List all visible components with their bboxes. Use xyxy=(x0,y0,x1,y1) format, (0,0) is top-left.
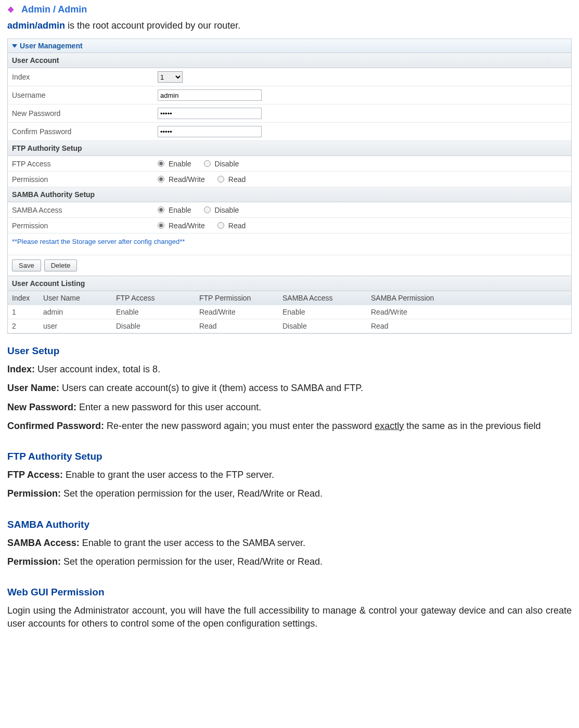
row-index: Index 1 xyxy=(8,68,571,86)
doc-confirmedpassword: Confirmed Password: Re-enter the new pas… xyxy=(7,420,572,432)
router-panel: User Management User Account Index 1 Use… xyxy=(7,38,572,334)
intro-rest: is the root account provided by our rout… xyxy=(65,20,240,31)
doc-label: User Name: xyxy=(7,383,59,393)
doc-text: Enter a new password for this user accou… xyxy=(76,402,261,412)
doc-text: Re-enter the new password again; you mus… xyxy=(104,421,375,431)
doc-text: Users can create account(s) to give it (… xyxy=(59,383,363,393)
col-ftp-access: FTP Access xyxy=(116,294,199,302)
doc-index: Index: User account index, total is 8. xyxy=(7,363,572,375)
doc-ftp-permission: Permission: Set the operation permission… xyxy=(7,487,572,500)
cell-samba-perm: Read/Write xyxy=(371,308,567,316)
doc-label: Permission: xyxy=(7,556,61,567)
doc-text: Set the operation permission for the use… xyxy=(61,556,323,567)
radio-ftp-disable[interactable]: Disable xyxy=(204,160,239,168)
listing-header: Index User Name FTP Access FTP Permissio… xyxy=(8,291,571,305)
cell-index: 1 xyxy=(12,308,43,316)
col-ftp-perm: FTP Permission xyxy=(199,294,282,302)
doc-webgui-text: Login using the Administrator account, y… xyxy=(7,604,572,630)
section-user-management[interactable]: User Management xyxy=(8,39,571,53)
row-ftp-access: FTP Access Enable Disable xyxy=(8,156,571,172)
radio-samba-enable[interactable]: Enable xyxy=(158,206,191,214)
doc-label: Confirmed Password: xyxy=(7,421,104,431)
chevron-down-icon xyxy=(12,44,17,48)
cell-samba-perm: Read xyxy=(371,322,567,330)
label-samba-access: SAMBA Access xyxy=(12,206,158,214)
doc-samba-access: SAMBA Access: Enable to grant the user a… xyxy=(7,537,572,549)
opt-rw: Read/Write xyxy=(169,222,205,230)
cell-ftp-access: Disable xyxy=(116,322,199,330)
radio-icon xyxy=(217,222,224,229)
radio-samba-disable[interactable]: Disable xyxy=(204,206,239,214)
page-heading: Admin / Admin xyxy=(21,4,87,15)
radio-icon xyxy=(204,160,211,167)
doc-text: User account index, total is 8. xyxy=(35,364,160,374)
label-samba-permission: Permission xyxy=(12,222,158,230)
radio-ftp-rw[interactable]: Read/Write xyxy=(158,175,205,184)
subsection-samba: SAMBA Authority Setup xyxy=(8,187,571,202)
radio-icon xyxy=(158,176,164,183)
radio-ftp-enable[interactable]: Enable xyxy=(158,160,191,168)
opt-disable: Disable xyxy=(215,160,239,168)
col-samba-access: SAMBA Access xyxy=(282,294,371,302)
radio-icon xyxy=(158,222,164,229)
delete-button[interactable]: Delete xyxy=(44,259,78,271)
newpassword-input[interactable] xyxy=(158,108,262,119)
col-user: User Name xyxy=(43,294,116,302)
row-samba-access: SAMBA Access Enable Disable xyxy=(8,202,571,218)
doc-label: New Password: xyxy=(7,402,76,412)
radio-icon xyxy=(158,206,164,213)
doc-newpassword: New Password: Enter a new password for t… xyxy=(7,401,572,413)
heading-samba-authority: SAMBA Authority xyxy=(7,519,572,530)
heading-webgui: Web GUI Permission xyxy=(7,587,572,598)
row-username: Username xyxy=(8,86,571,105)
subsection-user-account: User Account xyxy=(8,53,571,68)
label-username: Username xyxy=(12,91,158,99)
cell-user: admin xyxy=(43,308,116,316)
intro-text: admin/admin is the root account provided… xyxy=(7,20,572,31)
opt-enable: Enable xyxy=(169,206,191,214)
confirmpassword-input[interactable] xyxy=(158,126,262,137)
button-row: Save Delete xyxy=(8,255,571,276)
doc-text: Set the operation permission for the use… xyxy=(61,488,323,499)
cell-ftp-perm: Read xyxy=(199,322,282,330)
radio-icon xyxy=(158,160,164,167)
row-ftp-permission: Permission Read/Write Read xyxy=(8,172,571,187)
label-ftp-permission: Permission xyxy=(12,175,158,184)
row-confirmpassword: Confirm Password xyxy=(8,123,571,141)
cell-samba-access: Enable xyxy=(282,308,371,316)
doc-label: Index: xyxy=(7,364,35,374)
opt-enable: Enable xyxy=(169,160,191,168)
label-index: Index xyxy=(12,73,158,81)
cell-ftp-access: Enable xyxy=(116,308,199,316)
save-button[interactable]: Save xyxy=(12,259,41,271)
page-heading-row: ❖ Admin / Admin xyxy=(7,4,572,15)
label-ftp-access: FTP Access xyxy=(12,160,158,168)
index-select[interactable]: 1 xyxy=(158,71,183,83)
doc-text: Enable to grant the user access to the S… xyxy=(80,538,305,548)
radio-samba-r[interactable]: Read xyxy=(217,222,246,230)
restart-note: **Please restart the Storage server afte… xyxy=(8,233,571,255)
col-samba-perm: SAMBA Permission xyxy=(371,294,567,302)
doc-label: FTP Access: xyxy=(7,470,63,480)
doc-label: Permission: xyxy=(7,488,61,499)
subsection-ftp: FTP Authority Setup xyxy=(8,141,571,156)
doc-label: SAMBA Access: xyxy=(7,538,80,548)
row-newpassword: New Password xyxy=(8,105,571,123)
cell-ftp-perm: Read/Write xyxy=(199,308,282,316)
doc-samba-permission: Permission: Set the operation permission… xyxy=(7,555,572,568)
radio-ftp-r[interactable]: Read xyxy=(217,175,246,184)
opt-rw: Read/Write xyxy=(169,175,205,184)
table-row: 2 user Disable Read Disable Read xyxy=(8,319,571,333)
doc-text: the same as in the previous field xyxy=(404,421,541,431)
cell-index: 2 xyxy=(12,322,43,330)
intro-bold: admin/admin xyxy=(7,20,65,31)
opt-r: Read xyxy=(228,175,246,184)
username-input[interactable] xyxy=(158,89,262,101)
col-index: Index xyxy=(12,294,43,302)
section-title: User Management xyxy=(20,42,83,50)
heading-ftp-authority: FTP Authority Setup xyxy=(7,451,572,462)
radio-icon xyxy=(217,176,224,183)
subsection-listing: User Account Listing xyxy=(8,276,571,291)
radio-samba-rw[interactable]: Read/Write xyxy=(158,222,205,230)
label-newpassword: New Password xyxy=(12,109,158,118)
